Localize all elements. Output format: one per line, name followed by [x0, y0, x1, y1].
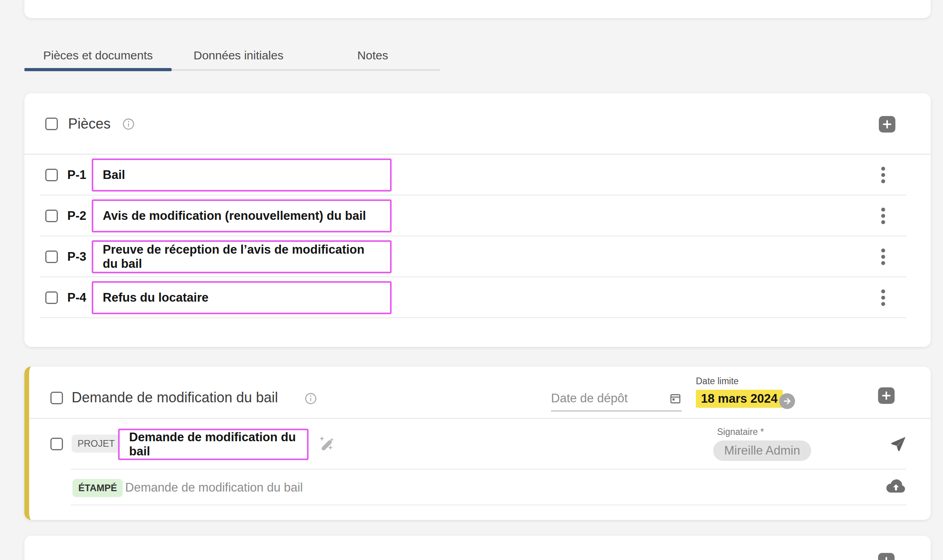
pieces-title: Pièces — [68, 116, 111, 132]
document-row-checkbox[interactable] — [50, 438, 63, 450]
pieces-header: Pièces — [24, 93, 931, 155]
date-limite-go-button[interactable] — [779, 393, 795, 409]
projet-row: PROJET Demande de modification du bail S… — [29, 419, 931, 470]
table-row: P-3 Preuve de réception de l’avis de mod… — [24, 236, 931, 277]
pieces-card: Pièces P-1 Bail P-2 Avis de modification… — [24, 93, 931, 347]
status-badge-etampe: ÉTAMPÉ — [72, 479, 123, 497]
pieces-select-all-checkbox[interactable] — [45, 118, 58, 130]
cloud-upload-icon[interactable] — [886, 477, 906, 495]
top-card — [24, 0, 931, 18]
date-limite-group: Date limite 18 mars 2024 — [696, 376, 783, 408]
divider — [40, 317, 906, 318]
table-row: P-4 Refus du locataire — [24, 277, 931, 318]
add-piece-button[interactable] — [879, 116, 895, 133]
table-row: P-2 Avis de modification (renouvellement… — [24, 195, 931, 236]
info-icon[interactable] — [122, 118, 135, 130]
add-document-button[interactable] — [878, 387, 895, 404]
document-name-field[interactable]: Demande de modification du bail — [118, 429, 309, 460]
stamped-row: ÉTAMPÉ Demande de modification du bail — [29, 470, 931, 505]
stamped-document-name: Demande de modification du bail — [125, 481, 303, 495]
piece-row-checkbox[interactable] — [45, 251, 58, 263]
add-button[interactable] — [878, 553, 895, 560]
piece-code: P-2 — [67, 209, 92, 223]
plus-icon — [881, 390, 892, 401]
piece-row-checkbox[interactable] — [45, 291, 58, 304]
demande-card: Demande de modification du bail Date de … — [24, 367, 931, 520]
info-icon[interactable] — [305, 392, 317, 405]
tab-bar: Pièces et documents Données initiales No… — [24, 39, 440, 72]
piece-code: P-1 — [67, 168, 92, 182]
demande-header: Demande de modification du bail Date de … — [29, 367, 931, 419]
table-row: P-1 Bail — [24, 155, 931, 195]
status-badge-projet: PROJET — [72, 435, 121, 453]
send-icon[interactable] — [889, 435, 907, 453]
piece-name-field[interactable]: Bail — [92, 158, 392, 192]
tab-active-indicator — [24, 68, 172, 71]
date-limite-value[interactable]: 18 mars 2024 — [696, 390, 783, 408]
signataire-chip[interactable]: Mireille Admin — [713, 440, 811, 461]
piece-row-checkbox[interactable] — [45, 169, 58, 181]
plus-icon — [882, 119, 893, 130]
demande-title: Demande de modification du bail — [72, 389, 278, 406]
date-depot-input[interactable]: Date de dépôt — [551, 386, 682, 411]
kebab-menu-icon[interactable] — [879, 287, 888, 308]
arrow-right-icon — [782, 396, 792, 406]
plus-icon — [881, 556, 892, 560]
calendar-icon[interactable] — [669, 392, 682, 405]
piece-code: P-3 — [67, 250, 92, 264]
piece-name-field[interactable]: Avis de modification (renouvellement) du… — [92, 199, 392, 232]
piece-name-field[interactable]: Preuve de réception de l’avis de modific… — [92, 240, 392, 273]
piece-code: P-4 — [67, 291, 92, 305]
date-depot-placeholder: Date de dépôt — [551, 391, 669, 405]
signataire-group: Signataire * Mireille Admin — [713, 427, 811, 461]
kebab-menu-icon[interactable] — [879, 246, 888, 267]
tab-notes[interactable]: Notes — [305, 39, 440, 72]
date-limite-label: Date limite — [696, 376, 783, 387]
piece-row-checkbox[interactable] — [45, 210, 58, 222]
magic-wand-icon[interactable] — [317, 435, 336, 453]
divider — [71, 505, 906, 505]
tab-donnees-initiales[interactable]: Données initiales — [172, 39, 305, 72]
kebab-menu-icon[interactable] — [879, 164, 888, 186]
next-card — [24, 536, 931, 560]
demande-select-checkbox[interactable] — [50, 392, 63, 404]
signataire-label: Signataire * — [717, 427, 811, 437]
kebab-menu-icon[interactable] — [879, 205, 888, 227]
piece-name-field[interactable]: Refus du locataire — [92, 281, 392, 314]
tab-pieces-et-documents[interactable]: Pièces et documents — [24, 39, 172, 72]
